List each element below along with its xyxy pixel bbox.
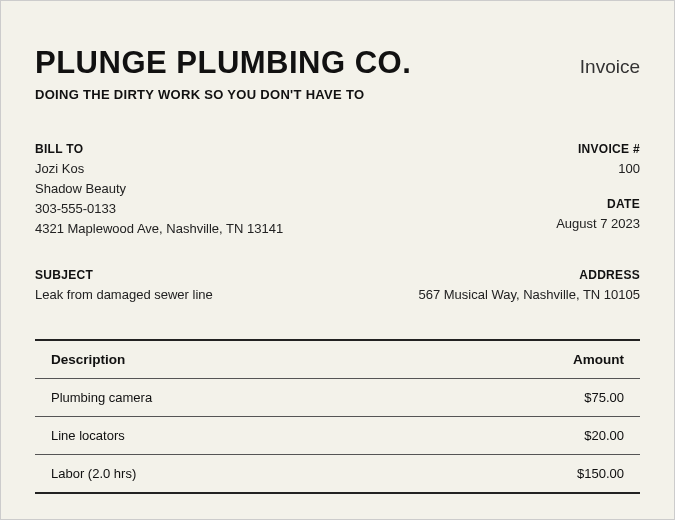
item-description: Labor (2.0 hrs) — [51, 466, 136, 481]
table-row: Plumbing camera $75.00 — [35, 379, 640, 416]
col-header-description: Description — [51, 352, 125, 367]
bill-to-label: BILL TO — [35, 142, 283, 156]
service-address-text: 567 Musical Way, Nashville, TN 10105 — [418, 285, 640, 305]
table-row: Line locators $20.00 — [35, 417, 640, 454]
line-items-table: Description Amount Plumbing camera $75.0… — [35, 339, 640, 494]
invoice-date: August 7 2023 — [556, 214, 640, 234]
invoice-number: 100 — [556, 159, 640, 179]
bill-to-name: Jozi Kos — [35, 159, 283, 179]
item-amount: $20.00 — [584, 428, 624, 443]
col-header-amount: Amount — [573, 352, 624, 367]
invoice-date-label: DATE — [556, 197, 640, 211]
table-row: Labor (2.0 hrs) $150.00 — [35, 455, 640, 492]
company-name: PLUNGE PLUMBING CO. — [35, 45, 411, 81]
table-bottom-rule — [35, 492, 640, 494]
service-address-label: ADDRESS — [418, 268, 640, 282]
item-description: Line locators — [51, 428, 125, 443]
subject-text: Leak from damaged sewer line — [35, 285, 213, 305]
document-type: Invoice — [580, 56, 640, 78]
invoice-number-label: INVOICE # — [556, 142, 640, 156]
item-amount: $75.00 — [584, 390, 624, 405]
item-description: Plumbing camera — [51, 390, 152, 405]
bill-to-address: 4321 Maplewood Ave, Nashville, TN 13141 — [35, 219, 283, 239]
item-amount: $150.00 — [577, 466, 624, 481]
bill-to-company: Shadow Beauty — [35, 179, 283, 199]
company-tagline: DOING THE DIRTY WORK SO YOU DON'T HAVE T… — [35, 87, 640, 102]
subject-label: SUBJECT — [35, 268, 213, 282]
bill-to-phone: 303-555-0133 — [35, 199, 283, 219]
